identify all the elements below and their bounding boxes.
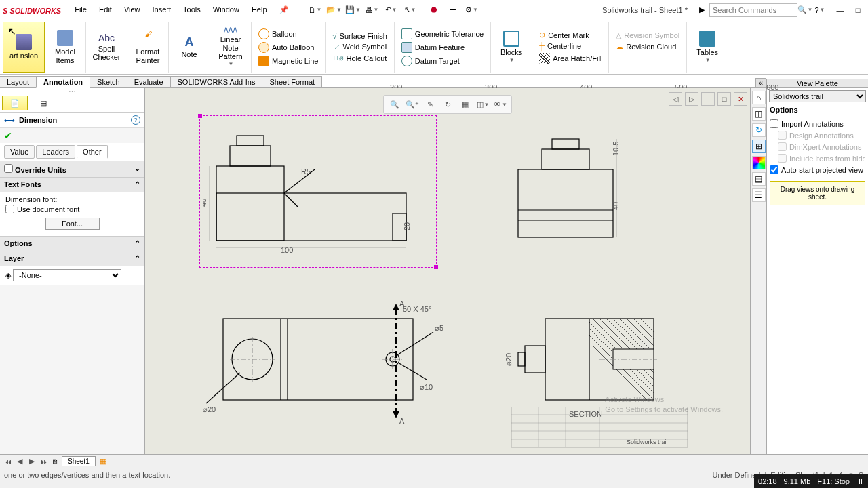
menu-help[interactable]: Help: [246, 3, 273, 17]
drawing-canvas[interactable]: 🔍 🔍⁺ ✎ ↻ ▦ ◫▼ 👁▼ ◁ ▷ — □ ✕ R5 40: [145, 88, 750, 454]
note-button[interactable]: A Note: [173, 36, 205, 59]
sheet-last-icon[interactable]: ⏭: [39, 458, 49, 466]
auto-balloon-button[interactable]: Auto Balloon: [256, 41, 321, 54]
reload-icon[interactable]: ↻: [752, 123, 766, 137]
tab-sheet-format[interactable]: Sheet Format: [262, 76, 322, 87]
sheet1-tab[interactable]: Sheet1: [62, 456, 96, 466]
tab-annotation[interactable]: Annotation: [36, 76, 90, 88]
sheet-first-icon[interactable]: ⏮: [3, 458, 12, 466]
drawing-view-front[interactable]: R5 40 100 20: [203, 119, 433, 264]
menu-window[interactable]: Window: [208, 3, 245, 17]
collapse-panel-icon[interactable]: «: [755, 78, 766, 87]
zoom-area-icon[interactable]: 🔍⁺: [406, 98, 419, 111]
appearances-icon[interactable]: [752, 156, 766, 169]
revision-symbol-button[interactable]: △Revision Symbol: [613, 30, 682, 41]
layer-select[interactable]: -None-: [13, 269, 121, 281]
sub-tab-leaders[interactable]: Leaders: [36, 145, 75, 159]
rebuild-icon[interactable]: ⬣: [427, 3, 441, 18]
model-items-button[interactable]: Model Items: [49, 30, 81, 64]
search-icon[interactable]: 🔍▼: [797, 3, 812, 18]
override-units-header[interactable]: Override Units ⌄: [0, 161, 144, 177]
tab-sketch[interactable]: Sketch: [90, 76, 127, 87]
import-annotations-checkbox[interactable]: [770, 119, 778, 128]
close-view-icon[interactable]: ✕: [734, 92, 747, 106]
linear-note-button[interactable]: AAA Linear Note Pattern▼: [214, 26, 247, 67]
surface-finish-button[interactable]: √Surface Finish: [330, 30, 390, 41]
sub-tab-other[interactable]: Other: [77, 145, 108, 159]
menu-view[interactable]: View: [119, 3, 146, 17]
sub-tab-value[interactable]: Value: [4, 145, 35, 159]
rotate-icon[interactable]: ↻: [441, 98, 454, 111]
new-icon[interactable]: 🗋▼: [308, 3, 323, 18]
feature-manager-tab[interactable]: 📄: [2, 96, 28, 110]
tab-layout[interactable]: Layout: [0, 76, 37, 87]
custom-props-icon[interactable]: ▤: [752, 172, 766, 186]
view-palette-icon[interactable]: ⊞: [752, 140, 766, 153]
magnetic-line-button[interactable]: Magnetic Line: [256, 54, 321, 68]
sheet-next-icon[interactable]: ▶: [27, 457, 37, 466]
menu-tools[interactable]: Tools: [178, 3, 206, 17]
geo-tolerance-button[interactable]: Geometric Tolerance: [399, 27, 486, 41]
help-icon[interactable]: ?▼: [812, 3, 827, 18]
add-sheet-icon[interactable]: ▦: [98, 457, 108, 466]
prev-doc-icon[interactable]: ◁: [669, 92, 682, 106]
ok-icon[interactable]: ✔: [4, 130, 12, 141]
drawing-view-top[interactable]: A A 50 X 45° ⌀5 ⌀10 ⌀20: [203, 291, 447, 427]
use-doc-font-checkbox[interactable]: [5, 205, 14, 214]
print-icon[interactable]: 🖶▼: [365, 3, 380, 18]
save-icon[interactable]: 💾▼: [346, 3, 361, 18]
center-mark-button[interactable]: ⊕Center Mark: [536, 29, 604, 41]
property-manager-tab[interactable]: ▤: [31, 96, 56, 110]
pin-icon[interactable]: 📌: [274, 3, 294, 17]
blocks-button[interactable]: Blocks▼: [495, 30, 528, 64]
rec-stop[interactable]: F11: Stop: [817, 477, 850, 485]
search-doc-icon[interactable]: ▶: [694, 3, 709, 18]
minimize-view-icon[interactable]: —: [701, 92, 715, 106]
format-painter-button[interactable]: 🖌 Format Painter: [132, 30, 164, 64]
menu-insert[interactable]: Insert: [147, 3, 177, 17]
hole-callout-button[interactable]: ⊔⌀Hole Callout: [330, 52, 390, 64]
minimize-icon[interactable]: —: [833, 3, 848, 18]
balloon-button[interactable]: Balloon: [256, 27, 321, 41]
layer-section-header[interactable]: Layer⌃: [0, 251, 144, 266]
centerline-button[interactable]: ╪Centerline: [536, 41, 604, 52]
weld-symbol-button[interactable]: ⟋Weld Symbol: [330, 41, 390, 52]
undo-icon[interactable]: ↶▼: [384, 3, 399, 18]
menu-file[interactable]: File: [69, 3, 92, 17]
tab-evaluate[interactable]: Evaluate: [127, 76, 171, 87]
override-units-checkbox[interactable]: [4, 164, 13, 173]
help-icon[interactable]: ?: [131, 115, 140, 125]
spell-checker-button[interactable]: Abc Spell Checker: [90, 33, 123, 62]
datum-feature-button[interactable]: Datum Feature: [399, 41, 486, 54]
view-palette-model-select[interactable]: Solidworks trail: [769, 90, 866, 102]
open-icon[interactable]: 📂▼: [327, 3, 342, 18]
options-list-icon[interactable]: ☰: [446, 3, 460, 18]
auto-start-checkbox[interactable]: [770, 165, 778, 174]
area-hatch-button[interactable]: Area Hatch/Fill: [536, 52, 604, 65]
forum-icon[interactable]: ☰: [752, 188, 766, 202]
restore-icon[interactable]: □: [850, 3, 865, 18]
font-button[interactable]: Font...: [45, 218, 100, 230]
smart-dimension-button[interactable]: art nsion: [7, 34, 40, 60]
display-style-icon[interactable]: ◫▼: [476, 98, 490, 111]
hide-show-icon[interactable]: 👁▼: [494, 98, 507, 111]
rec-pause-icon[interactable]: ⏸: [856, 477, 864, 485]
section-view-icon[interactable]: ▦: [458, 98, 472, 111]
select-icon[interactable]: ↖▼: [403, 3, 418, 18]
drawing-view-side[interactable]: 10.5 40: [505, 129, 640, 264]
resources-icon[interactable]: ◫: [752, 107, 766, 121]
search-input[interactable]: [709, 3, 797, 17]
menu-edit[interactable]: Edit: [94, 3, 117, 17]
datum-target-button[interactable]: Datum Target: [399, 54, 486, 68]
revision-cloud-button[interactable]: ☁Revision Cloud: [613, 41, 682, 53]
sheet-prev-icon[interactable]: ◀: [15, 457, 24, 466]
maximize-view-icon[interactable]: □: [717, 92, 731, 106]
options-section-header[interactable]: Options⌃: [0, 237, 144, 251]
home-icon[interactable]: ⌂: [752, 91, 766, 104]
tab-addins[interactable]: SOLIDWORKS Add-Ins: [170, 76, 263, 87]
zoom-fit-icon[interactable]: 🔍: [388, 98, 401, 111]
tables-button[interactable]: Tables▼: [691, 30, 724, 64]
text-fonts-header[interactable]: Text Fonts⌃: [0, 178, 144, 192]
next-doc-icon[interactable]: ▷: [685, 92, 698, 106]
options-gear-icon[interactable]: ⚙▼: [465, 3, 479, 18]
